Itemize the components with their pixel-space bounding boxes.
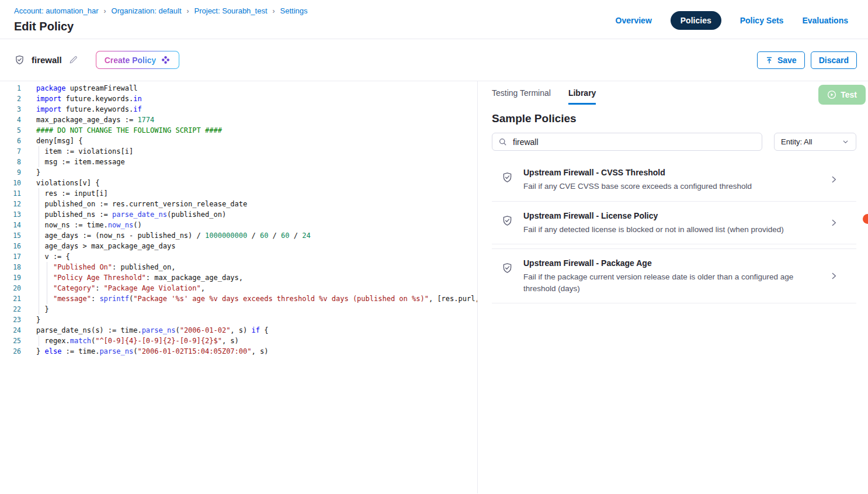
line-number: 19 — [0, 272, 21, 283]
right-panel: Testing TerminalLibrary Test Sample Poli… — [478, 81, 868, 493]
discard-button[interactable]: Discard — [811, 51, 857, 69]
line-number: 23 — [0, 315, 21, 325]
breadcrumb-item[interactable]: Project: Sourabh_test — [195, 6, 268, 15]
nav-tab-overview[interactable]: Overview — [616, 16, 652, 25]
code-line[interactable]: 4max_package_age_days := 1774 — [0, 115, 477, 125]
code-line[interactable]: 18 "Published On": published_on, — [0, 262, 477, 272]
line-number: 2 — [0, 94, 21, 104]
entity-filter-select[interactable]: Entity: All — [774, 133, 856, 151]
code-line-content: violations[v] { — [36, 178, 99, 188]
code-line[interactable]: 2import future.keywords.in — [0, 94, 477, 104]
page-header: Account: automation_har›Organization: de… — [0, 0, 868, 39]
code-line[interactable]: 26} else := time.parse_ns("2006-01-02T15… — [0, 346, 477, 357]
code-line-content: } — [36, 304, 49, 315]
code-line[interactable]: 15 age_days := (now_ns - published_ns) /… — [0, 230, 477, 241]
indent-guide — [39, 157, 39, 167]
discard-label: Discard — [819, 56, 849, 65]
code-line-content: age_days := (now_ns - published_ns) / 10… — [36, 230, 311, 241]
code-line[interactable]: 20 "Category": "Package Age Violation", — [0, 283, 477, 293]
library-item[interactable]: Upstream Firewall - License Policy Fail … — [492, 202, 856, 245]
edit-name-icon[interactable] — [68, 55, 78, 65]
library-item-title: Upstream Firewall - License Policy — [523, 211, 784, 220]
library-item[interactable]: Upstream Firewall - Package Age Fail if … — [492, 248, 856, 303]
code-line-content: parse_date_ns(s) := time.parse_ns("2006-… — [36, 325, 268, 336]
ai-aida-icon — [161, 55, 171, 65]
line-number: 25 — [0, 336, 21, 346]
code-line[interactable]: 19 "Policy Age Threshold": max_package_a… — [0, 272, 477, 283]
header-nav: OverviewPoliciesPolicy SetsEvaluations — [616, 11, 848, 30]
breadcrumb-item[interactable]: Settings — [280, 6, 308, 15]
nav-tab-policies[interactable]: Policies — [671, 11, 721, 30]
breadcrumb-item[interactable]: Organization: default — [112, 6, 182, 15]
indent-guide — [39, 336, 39, 346]
line-number: 18 — [0, 262, 21, 272]
panel-tab-library[interactable]: Library — [568, 88, 596, 105]
nav-tab-policy-sets[interactable]: Policy Sets — [740, 16, 784, 25]
test-label: Test — [841, 90, 857, 99]
code-line[interactable]: 22 } — [0, 304, 477, 315]
indent-guide — [39, 209, 39, 220]
line-number: 4 — [0, 115, 21, 125]
code-line-content: } else := time.parse_ns("2006-01-02T15:0… — [36, 346, 268, 357]
code-line[interactable]: 16 age_days > max_package_age_days — [0, 241, 477, 251]
line-number: 10 — [0, 178, 21, 188]
chevron-right-icon[interactable] — [829, 175, 839, 185]
chevron-right-icon[interactable] — [829, 217, 839, 227]
code-line-content: import future.keywords.in — [36, 94, 142, 104]
code-line[interactable]: 17 v := { — [0, 251, 477, 262]
indent-guide — [39, 283, 39, 293]
panel-tabs: Testing TerminalLibrary — [492, 88, 856, 105]
code-line-content: max_package_age_days := 1774 — [36, 115, 154, 125]
policy-name-group: firewall — [14, 54, 78, 65]
code-line[interactable]: 8 msg := item.message — [0, 157, 477, 167]
code-line[interactable]: 5#### DO NOT CHANGE THE FOLLOWING SCRIPT… — [0, 125, 477, 136]
indent-guide — [39, 220, 39, 230]
library-item-text: Upstream Firewall - CVSS Threshold Fail … — [523, 168, 752, 192]
code-line[interactable]: 13 published_ns := parse_date_ns(publish… — [0, 209, 477, 220]
indent-guide — [47, 283, 47, 293]
indent-guide — [39, 188, 39, 199]
code-line[interactable]: 14 now_ns := time.now_ns() — [0, 220, 477, 230]
save-button[interactable]: Save — [757, 51, 805, 69]
code-line-content: #### DO NOT CHANGE THE FOLLOWING SCRIPT … — [36, 125, 222, 136]
panel-tab-testing-terminal[interactable]: Testing Terminal — [492, 88, 551, 105]
code-line[interactable]: 25 regex.match("^[0-9]{4}-[0-9]{2}-[0-9]… — [0, 336, 477, 346]
search-input[interactable] — [512, 137, 756, 147]
chevron-right-icon[interactable] — [829, 271, 839, 281]
code-line[interactable]: 3import future.keywords.if — [0, 104, 477, 115]
code-line[interactable]: 1package upstreamFirewall — [0, 83, 477, 94]
line-number: 11 — [0, 188, 21, 199]
play-circle-icon — [827, 90, 836, 99]
code-line[interactable]: 9} — [0, 167, 477, 178]
save-label: Save — [777, 56, 797, 65]
code-line[interactable]: 24parse_date_ns(s) := time.parse_ns("200… — [0, 325, 477, 336]
line-number: 7 — [0, 146, 21, 157]
code-line-content: "Policy Age Threshold": max_package_age_… — [36, 272, 243, 283]
line-number: 14 — [0, 220, 21, 230]
code-line[interactable]: 6deny[msg] { — [0, 136, 477, 146]
code-line-content: now_ns := time.now_ns() — [36, 220, 142, 230]
code-line[interactable]: 21 "message": sprintf("Package '%s' age … — [0, 293, 477, 304]
code-line[interactable]: 12 published_on := res.current_version_r… — [0, 199, 477, 209]
library-item[interactable]: Upstream Firewall - CVSS Threshold Fail … — [492, 158, 856, 202]
code-line[interactable]: 10violations[v] { — [0, 178, 477, 188]
breadcrumb-item[interactable]: Account: automation_har — [14, 6, 99, 15]
line-number: 9 — [0, 167, 21, 178]
sample-policies-heading: Sample Policies — [492, 112, 856, 125]
test-button[interactable]: Test — [818, 85, 866, 105]
nav-tab-evaluations[interactable]: Evaluations — [802, 16, 848, 25]
line-number: 3 — [0, 104, 21, 115]
code-editor[interactable]: 1package upstreamFirewall2import future.… — [0, 81, 478, 493]
library-item-description: Fail if the package current version rele… — [523, 271, 799, 294]
code-line[interactable]: 11 res := input[i] — [0, 188, 477, 199]
library-item-description: Fail if any CVE CVSS base score exceeds … — [523, 181, 752, 192]
code-line-content: "Published On": published_on, — [36, 262, 175, 272]
policy-shield-icon — [14, 54, 25, 65]
line-number: 21 — [0, 293, 21, 304]
create-policy-button[interactable]: Create Policy — [96, 51, 180, 69]
indent-guide — [39, 230, 39, 241]
code-line-content: age_days > max_package_age_days — [36, 241, 175, 251]
code-line[interactable]: 23} — [0, 315, 477, 325]
code-line[interactable]: 7 item := violations[i] — [0, 146, 477, 157]
filter-row: Entity: All — [492, 133, 856, 151]
